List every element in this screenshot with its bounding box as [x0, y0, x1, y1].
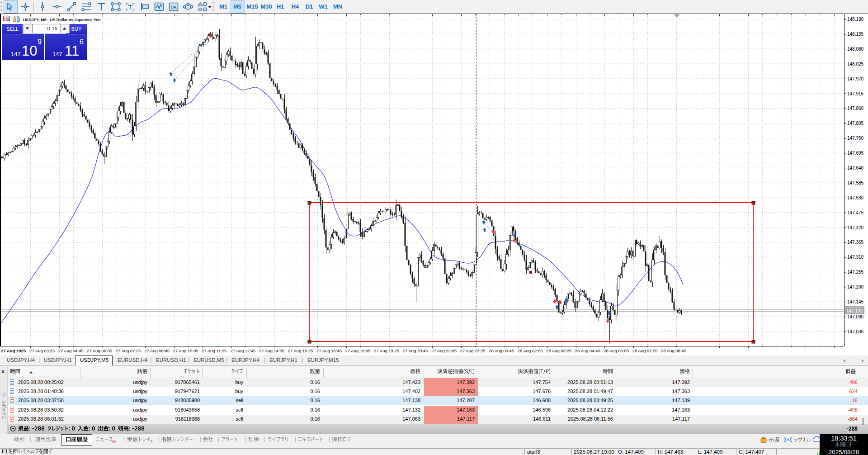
svg-text:147.310: 147.310	[847, 255, 864, 260]
svg-text:147.145: 147.145	[847, 299, 864, 304]
svg-text:148.080: 148.080	[847, 47, 864, 52]
svg-text:147.805: 147.805	[847, 121, 864, 126]
svg-text:28 Aug 07:25: 28 Aug 07:25	[632, 348, 658, 353]
svg-text:147.915: 147.915	[847, 91, 864, 96]
svg-text:147.109: 147.109	[846, 308, 863, 313]
svg-text:147.420: 147.420	[847, 225, 864, 230]
svg-text:27 Aug 06:05: 27 Aug 06:05	[87, 348, 112, 353]
svg-text:27 Aug 03:25: 27 Aug 03:25	[29, 348, 55, 353]
svg-text:28 Aug 08:45: 28 Aug 08:45	[661, 348, 686, 353]
svg-text:28 Aug 04:45: 28 Aug 04:45	[575, 348, 600, 353]
svg-text:148.135: 148.135	[847, 32, 864, 37]
svg-text:27 Aug 16:45: 27 Aug 16:45	[316, 348, 342, 353]
svg-text:27 Aug 14:05: 27 Aug 14:05	[259, 348, 284, 353]
svg-text:147.475: 147.475	[847, 210, 864, 215]
svg-text:28 Aug 00:45: 28 Aug 00:45	[489, 348, 514, 353]
svg-text:147.365: 147.365	[847, 240, 864, 245]
svg-text:28 Aug 02:05: 28 Aug 02:05	[518, 348, 543, 353]
svg-text:147.750: 147.750	[847, 136, 864, 141]
svg-text:147.970: 147.970	[847, 76, 864, 81]
svg-text:27 Aug 11:25: 27 Aug 11:25	[202, 348, 226, 353]
svg-text:147.200: 147.200	[847, 284, 864, 289]
svg-text:27 Aug 19:25: 27 Aug 19:25	[374, 348, 399, 353]
svg-text:27 Aug 2025: 27 Aug 2025	[1, 348, 26, 353]
svg-text:27 Aug 15:25: 27 Aug 15:25	[288, 348, 313, 353]
svg-text:147.860: 147.860	[847, 106, 864, 111]
svg-text:27 Aug 22:05: 27 Aug 22:05	[431, 348, 457, 353]
svg-text:27 Aug 07:25: 27 Aug 07:25	[116, 348, 141, 353]
svg-text:147.530: 147.530	[847, 195, 864, 200]
svg-text:147.090: 147.090	[847, 314, 864, 319]
svg-text:28 Aug 03:25: 28 Aug 03:25	[546, 348, 571, 353]
svg-text:147.585: 147.585	[847, 180, 864, 185]
svg-text:27 Aug 10:05: 27 Aug 10:05	[173, 348, 198, 353]
svg-text:147.695: 147.695	[847, 151, 864, 156]
svg-text:147.255: 147.255	[847, 270, 864, 275]
svg-text:27 Aug 04:45: 27 Aug 04:45	[58, 348, 84, 353]
svg-text:OK: OK	[170, 5, 177, 9]
svg-text:28 Aug 06:05: 28 Aug 06:05	[604, 348, 629, 353]
svg-text:147.640: 147.640	[847, 166, 864, 171]
svg-text:27 Aug 23:25: 27 Aug 23:25	[460, 348, 486, 353]
svg-text:147.035: 147.035	[847, 329, 864, 334]
svg-text:148.025: 148.025	[847, 62, 864, 66]
svg-text:27 Aug 12:45: 27 Aug 12:45	[231, 348, 256, 353]
svg-text:27 Aug 08:45: 27 Aug 08:45	[144, 348, 170, 353]
svg-text:27 Aug 18:05: 27 Aug 18:05	[345, 348, 371, 353]
svg-text:148.190: 148.190	[847, 17, 864, 22]
svg-text:27 Aug 20:45: 27 Aug 20:45	[403, 348, 428, 353]
